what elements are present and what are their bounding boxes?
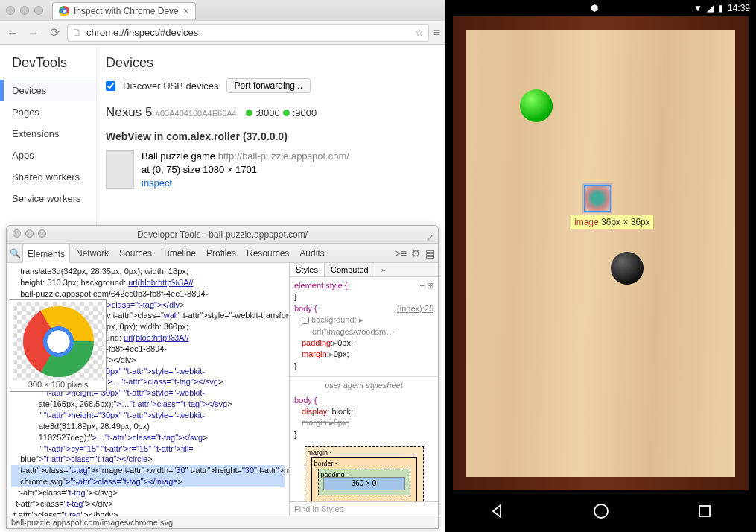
console-toggle-icon[interactable]: >≡ <box>395 247 407 259</box>
port-8000: :8000 <box>255 107 280 118</box>
bookmark-icon[interactable]: ☆ <box>415 27 424 38</box>
sidebar-item-extensions[interactable]: Extensions <box>12 123 96 145</box>
tab-timeline[interactable]: Timeline <box>158 244 200 263</box>
page-title: Devices <box>106 55 436 71</box>
computed-tab[interactable]: Computed <box>325 263 375 276</box>
styles-pane[interactable]: element.style { + ⊞ } body {(index):25 b… <box>290 277 438 501</box>
dark-ball[interactable] <box>611 252 644 285</box>
inspect-icon[interactable]: 🔍 <box>10 248 21 259</box>
devtools-window-controls[interactable] <box>13 229 46 238</box>
reload-button[interactable]: ⟳ <box>46 25 63 41</box>
port-forwarding-button[interactable]: Port forwarding... <box>226 78 311 93</box>
more-tabs-icon[interactable]: » <box>375 263 392 276</box>
wifi-icon: ▼ <box>693 3 702 13</box>
rule-checkbox[interactable] <box>302 317 309 324</box>
page-icon: 🗋 <box>72 27 82 38</box>
tab-audits[interactable]: Audits <box>295 244 328 263</box>
back-button[interactable]: ← <box>4 25 21 41</box>
tab-network[interactable]: Network <box>72 244 113 263</box>
devtools-titlebar: Developer Tools - ball-puzzle.appspot.co… <box>7 226 438 244</box>
android-statusbar: ⬢ ▼ ◢ ▮ 14:39 <box>445 0 756 16</box>
inspect-link[interactable]: inspect <box>142 177 172 189</box>
devtools-heading: DevTools <box>12 55 96 71</box>
game-playfield[interactable]: image 36px × 36px <box>466 30 735 477</box>
sidebar-item-devices[interactable]: Devices <box>0 80 96 101</box>
tab-sources[interactable]: Sources <box>115 244 156 263</box>
target-url: http://ball-puzzle.appspot.com/ <box>218 151 349 162</box>
sidebar-item-service-workers[interactable]: Service workers <box>12 188 96 209</box>
find-in-styles[interactable]: Find in Styles <box>290 501 438 516</box>
favicon-icon <box>59 6 69 16</box>
home-button[interactable] <box>591 501 612 522</box>
target-meta: at (0, 75) size 1080 × 1701 <box>142 164 257 175</box>
discover-usb-checkbox[interactable] <box>106 81 115 91</box>
port-status-dot-icon <box>283 110 290 116</box>
tab-profiles[interactable]: Profiles <box>202 244 241 263</box>
sidebar-item-shared-workers[interactable]: Shared workers <box>12 166 96 188</box>
debug-icon: ⬢ <box>591 3 598 13</box>
devtools-statusbar: ball-puzzle.appspot.com/images/chrome.sv… <box>7 516 438 528</box>
device-name: Nexus 5 <box>106 105 152 119</box>
discover-usb-label: Discover USB devices <box>123 80 219 92</box>
webview-title: WebView in com.alex.roller (37.0.0.0) <box>106 130 436 142</box>
drawer-icon[interactable]: ▤ <box>425 247 435 259</box>
target-title: Ball puzzle game <box>142 151 215 162</box>
signal-icon: ◢ <box>707 3 714 13</box>
window-controls[interactable] <box>6 6 43 15</box>
element-tooltip: image 36px × 36px <box>571 215 654 229</box>
tab-close-icon[interactable]: × <box>183 5 189 17</box>
window-titlebar: Inspect with Chrome Deve × <box>0 0 445 21</box>
clock: 14:39 <box>728 3 750 13</box>
tab-resources[interactable]: Resources <box>242 244 293 263</box>
inspected-image-element[interactable] <box>584 185 611 212</box>
styles-tab[interactable]: Styles <box>290 263 325 276</box>
battery-icon: ▮ <box>718 3 723 13</box>
port-status-dot-icon <box>246 110 252 116</box>
settings-icon[interactable]: ⚙ <box>411 247 421 259</box>
tab-elements[interactable]: Elements <box>22 244 70 263</box>
browser-toolbar: ← → ⟳ 🗋 chrome://inspect/#devices ☆ ≡ <box>0 21 445 45</box>
recents-button[interactable] <box>694 501 715 522</box>
android-device-screen: ⬢ ▼ ◢ ▮ 14:39 image 36px × 36px <box>445 0 756 532</box>
sidebar-item-pages[interactable]: Pages <box>12 101 96 123</box>
tab-title: Inspect with Chrome Deve <box>74 6 179 16</box>
devtools-window: Developer Tools - ball-puzzle.appspot.co… <box>6 225 439 529</box>
chrome-logo-icon <box>23 306 94 377</box>
sidebar-item-apps[interactable]: Apps <box>12 145 96 166</box>
browser-tab[interactable]: Inspect with Chrome Deve × <box>52 2 196 19</box>
target-thumbnail <box>106 150 134 189</box>
box-model: margin - border - padding - 360 × 0 <box>305 446 424 501</box>
back-button[interactable] <box>487 501 508 522</box>
port-9000: :9000 <box>293 107 317 118</box>
game-frame: image 36px × 36px <box>453 16 749 490</box>
url-bar[interactable]: 🗋 chrome://inspect/#devices ☆ <box>67 24 429 42</box>
menu-icon[interactable]: ≡ <box>433 26 440 39</box>
url-text: chrome://inspect/#devices <box>86 27 198 38</box>
image-preview-tooltip: 300 × 150 pixels <box>10 299 107 392</box>
android-navbar <box>445 490 756 532</box>
forward-button[interactable]: → <box>25 25 42 41</box>
device-id: #03A404160A4E66A4 <box>156 109 237 118</box>
expand-icon[interactable]: ⤢ <box>426 229 433 247</box>
green-ball[interactable] <box>520 89 553 122</box>
svg-rect-1 <box>699 506 710 516</box>
svg-point-0 <box>594 504 608 518</box>
